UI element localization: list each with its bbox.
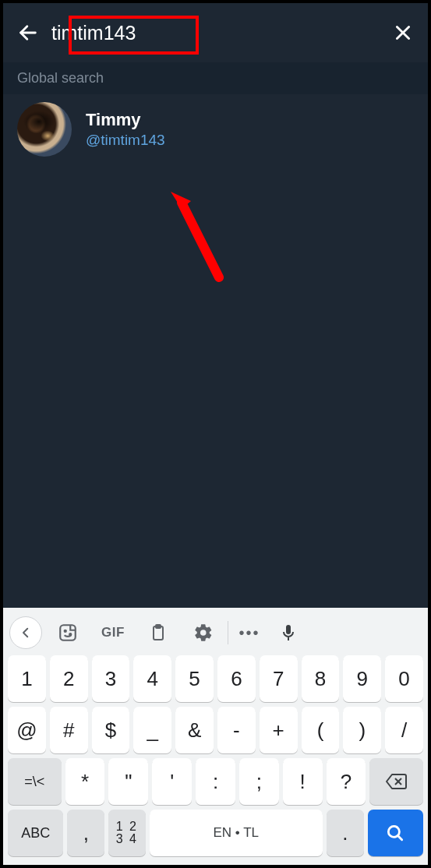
key-4[interactable]: 4 (133, 655, 171, 702)
key-paren-open[interactable]: ( (302, 707, 340, 753)
section-header-global-search: Global search (3, 62, 428, 94)
key-paren-close[interactable]: ) (343, 707, 381, 753)
sticker-button[interactable] (45, 616, 90, 650)
gif-label: GIF (101, 625, 125, 640)
clear-search-button[interactable] (389, 19, 417, 47)
more-label: ••• (238, 624, 260, 642)
avatar (17, 102, 72, 157)
svg-rect-9 (288, 637, 289, 640)
toolbar-separator (228, 621, 228, 644)
on-screen-keyboard: GIF ••• 1 2 3 4 5 6 7 8 9 0 @ (3, 608, 428, 865)
key-asterisk[interactable]: * (65, 758, 105, 805)
key-ampersand[interactable]: & (175, 707, 214, 753)
svg-line-13 (398, 835, 402, 839)
result-username: @timtim143 (86, 132, 165, 149)
numpad-bot: 3 4 (116, 833, 138, 845)
key-7[interactable]: 7 (260, 655, 298, 702)
close-icon (393, 23, 413, 43)
keyboard-settings-button[interactable] (181, 616, 226, 650)
key-apostrophe[interactable]: ' (152, 758, 192, 805)
arrow-left-icon (17, 22, 39, 44)
key-double-quote[interactable]: " (108, 758, 148, 805)
key-colon[interactable]: : (196, 758, 235, 805)
more-options-button[interactable]: ••• (230, 616, 269, 650)
key-1[interactable]: 1 (8, 655, 46, 702)
key-5[interactable]: 5 (175, 655, 214, 702)
voice-input-button[interactable] (269, 616, 308, 650)
key-question[interactable]: ? (327, 758, 366, 805)
back-button[interactable] (14, 19, 42, 47)
keyboard-collapse-button[interactable] (9, 616, 42, 649)
svg-point-5 (65, 630, 66, 632)
key-0[interactable]: 0 (385, 655, 423, 702)
key-semicolon[interactable]: ; (239, 758, 279, 805)
key-period[interactable]: . (327, 810, 364, 856)
clipboard-icon (149, 623, 168, 642)
annotation-arrow-icon (147, 182, 233, 291)
chevron-left-icon (19, 626, 33, 640)
numpad-top: 1 2 (116, 820, 138, 833)
key-plus[interactable]: + (260, 707, 298, 753)
key-mode-abc[interactable]: ABC (8, 810, 63, 856)
key-backspace[interactable] (369, 758, 423, 805)
search-input[interactable] (47, 16, 203, 51)
key-at[interactable]: @ (8, 707, 46, 753)
key-underscore[interactable]: _ (133, 707, 171, 753)
key-numpad[interactable]: 1 2 3 4 (108, 810, 146, 856)
mic-icon (279, 623, 298, 642)
result-name: Timmy (86, 110, 165, 130)
key-space[interactable]: EN • TL (150, 810, 323, 856)
key-slash[interactable]: / (385, 707, 423, 753)
search-result-row[interactable]: Timmy @timtim143 (3, 94, 428, 164)
sticker-icon (58, 623, 78, 643)
svg-rect-4 (60, 625, 76, 640)
key-3[interactable]: 3 (92, 655, 130, 702)
backspace-icon (385, 772, 408, 791)
key-comma[interactable]: , (67, 810, 104, 856)
gear-icon (193, 623, 214, 643)
key-search[interactable] (368, 810, 423, 856)
search-icon (385, 823, 405, 843)
key-9[interactable]: 9 (343, 655, 381, 702)
clipboard-button[interactable] (136, 616, 181, 650)
key-8[interactable]: 8 (302, 655, 340, 702)
gif-button[interactable]: GIF (90, 616, 136, 650)
key-6[interactable]: 6 (217, 655, 256, 702)
key-hash[interactable]: # (50, 707, 88, 753)
key-dollar[interactable]: $ (92, 707, 130, 753)
svg-marker-3 (171, 192, 191, 209)
key-2[interactable]: 2 (50, 655, 88, 702)
key-exclaim[interactable]: ! (283, 758, 323, 805)
key-symbols-shift[interactable]: =\< (8, 758, 62, 805)
key-minus[interactable]: - (217, 707, 256, 753)
